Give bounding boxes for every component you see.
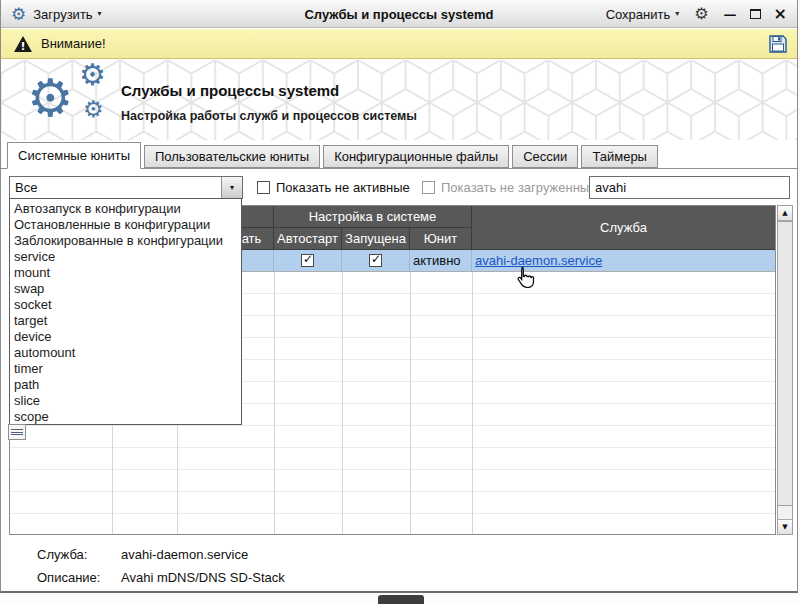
chevron-down-icon: ▾ [675,10,679,18]
dropdown-item[interactable]: path [10,377,241,393]
gear-large-icon: ⚙ [27,72,74,124]
save-button-label: Сохранить [606,7,671,22]
dropdown-item[interactable]: swap [10,281,241,297]
detail-description-value: Avahi mDNS/DNS SD-Stack [121,570,285,585]
save-file-icon[interactable] [768,34,788,54]
running-checkbox[interactable]: ✓ [369,254,382,267]
tab-sessions[interactable]: Сессии [512,145,578,168]
table-gridline [472,272,473,534]
table-group-header-system: Настройка в системе [274,206,472,228]
page-subtitle: Настройка работы служб и процессов систе… [121,109,417,123]
gear-medium-icon: ⚙ [79,60,106,90]
filter-dropdown-list: Автозапуск в конфигурации Остановленные … [9,198,242,425]
maximize-button[interactable] [750,9,761,19]
check-icon: ✓ [303,253,313,265]
tab-timers[interactable]: Таймеры [581,145,658,168]
app-logo: ⚙ ⚙ ⚙ [27,64,127,140]
warning-bar: ! Внимание! [1,29,797,59]
app-gear-icon: ⚙ [11,6,26,23]
dropdown-item[interactable]: socket [10,297,241,313]
tab-user-units[interactable]: Пользовательские юниты [144,145,320,168]
warning-icon: ! [13,35,33,53]
resize-grip[interactable] [378,595,424,604]
dropdown-item[interactable]: target [10,313,241,329]
search-input[interactable]: avahi [589,176,790,199]
vertical-scrollbar[interactable]: ▲ ▼ [777,205,793,535]
autostart-checkbox[interactable]: ✓ [301,254,314,267]
table-header-autostart: Автостарт [274,228,342,250]
unit-status: активно [410,250,472,272]
dropdown-item[interactable]: scope [10,409,241,425]
table-row-cell-autostart: ✓ [274,250,342,272]
save-button[interactable]: Сохранить ▾ [606,7,680,22]
dropdown-item[interactable]: Заблокированные в конфигурации [10,233,241,249]
tab-bar: Системные юниты Пользовательские юниты К… [7,142,661,168]
dropdown-item[interactable]: device [10,329,241,345]
table-gridline [342,272,343,534]
minimize-button[interactable]: — [724,8,737,21]
page-title: Службы и процессы systemd [121,82,339,99]
detail-service-label: Служба: [37,547,87,562]
combobox-dropdown-button[interactable]: ▾ [221,177,242,198]
svg-text:!: ! [20,40,25,53]
settings-gear-icon[interactable]: ⚙ [694,6,708,22]
table-gridline [274,272,275,534]
detail-service-value: avahi-daemon.service [121,547,248,562]
tab-system-units[interactable]: Системные юниты [7,142,141,169]
hand-cursor [513,266,535,290]
dropdown-item[interactable]: automount [10,345,241,361]
table-row-cell-running: ✓ [342,250,410,272]
filter-combobox[interactable]: Все ▾ [9,176,243,199]
detail-description-label: Описание: [37,570,100,585]
scrollbar-thumb[interactable] [778,221,792,506]
check-icon: ✓ [371,253,381,265]
show-unloaded-checkbox[interactable]: Показать не загруженные [422,180,596,195]
scroll-up-button[interactable]: ▲ [778,206,792,221]
show-inactive-label: Показать не активные [276,180,410,195]
dropdown-item[interactable]: Остановленные в конфигурации [10,217,241,233]
dropdown-item[interactable]: service [10,249,241,265]
title-bar: ⚙ Загрузить ▾ Службы и процессы systemd … [1,0,797,28]
dropdown-item[interactable]: mount [10,265,241,281]
table-gridline [410,272,411,534]
warning-text: Внимание! [41,36,106,51]
show-inactive-checkbox[interactable]: Показать не активные [257,180,410,195]
table-header-unit: Юнит [410,228,472,250]
app-header: ⚙ ⚙ ⚙ Службы и процессы systemd Настройк… [1,60,797,140]
combobox-value: Все [10,180,221,195]
dropdown-item[interactable]: timer [10,361,241,377]
gear-small-icon: ⚙ [83,98,104,121]
chevron-down-icon: ▾ [98,10,102,18]
table-header-running: Запущена [342,228,410,250]
checkbox-box[interactable] [422,181,435,194]
list-icon[interactable] [8,424,26,440]
checkbox-box[interactable] [257,181,270,194]
titlebar-right-group: Сохранить ▾ ⚙ — × [606,0,787,28]
dropdown-item[interactable]: slice [10,393,241,409]
dropdown-item[interactable]: Автозапуск в конфигурации [10,201,241,217]
app-window: ⚙ Загрузить ▾ Службы и процессы systemd … [0,0,798,593]
tab-config-files[interactable]: Конфигурационные файлы [323,145,509,168]
load-button[interactable]: Загрузить ▾ [33,7,101,22]
titlebar-left-group: ⚙ Загрузить ▾ [11,0,102,28]
table-header-service: Служба [472,206,775,250]
close-button[interactable]: × [774,6,787,22]
window-controls: — × [724,6,787,22]
service-link[interactable]: avahi-daemon.service [475,253,602,268]
show-unloaded-label: Показать не загруженные [441,180,596,195]
load-button-label: Загрузить [33,7,92,22]
scroll-down-button[interactable]: ▼ [778,519,792,534]
